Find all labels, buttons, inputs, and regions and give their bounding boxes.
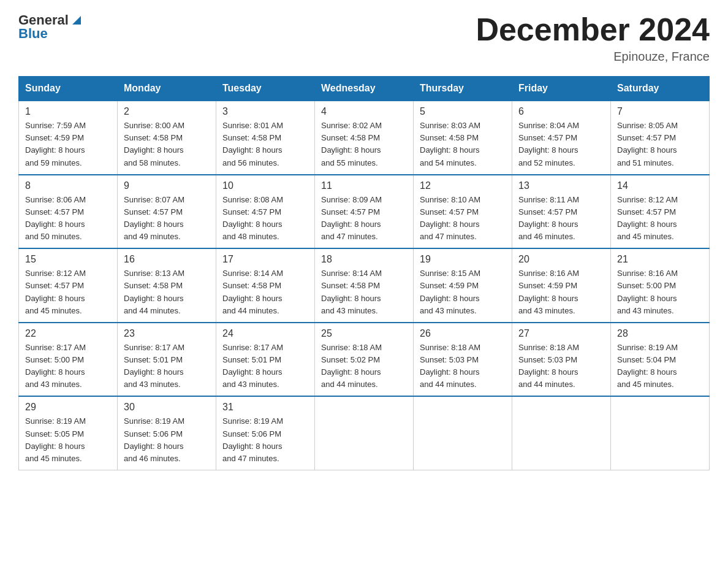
calendar-cell: 23 Sunrise: 8:17 AM Sunset: 5:01 PM Dayl… <box>118 323 216 397</box>
day-number: 24 <box>222 328 308 339</box>
day-number: 14 <box>617 180 703 191</box>
day-info: Sunrise: 8:15 AM Sunset: 4:59 PM Dayligh… <box>420 267 506 317</box>
calendar-cell: 17 Sunrise: 8:14 AM Sunset: 4:58 PM Dayl… <box>216 248 315 323</box>
day-info: Sunrise: 8:16 AM Sunset: 4:59 PM Dayligh… <box>518 267 604 317</box>
calendar-week-4: 22 Sunrise: 8:17 AM Sunset: 5:00 PM Dayl… <box>19 323 710 397</box>
day-info: Sunrise: 8:17 AM Sunset: 5:01 PM Dayligh… <box>124 342 210 391</box>
day-number: 26 <box>420 328 506 339</box>
day-info: Sunrise: 8:14 AM Sunset: 4:58 PM Dayligh… <box>321 267 407 317</box>
calendar-cell: 26 Sunrise: 8:18 AM Sunset: 5:03 PM Dayl… <box>414 323 512 397</box>
calendar-week-5: 29 Sunrise: 8:19 AM Sunset: 5:05 PM Dayl… <box>19 396 710 470</box>
calendar-cell <box>414 396 512 470</box>
logo-blue: Blue <box>18 26 48 42</box>
day-info: Sunrise: 7:59 AM Sunset: 4:59 PM Dayligh… <box>25 120 111 169</box>
col-saturday: Saturday <box>611 77 710 101</box>
day-number: 29 <box>25 402 111 413</box>
day-number: 7 <box>617 106 703 117</box>
day-info: Sunrise: 8:19 AM Sunset: 5:04 PM Dayligh… <box>617 342 703 391</box>
day-info: Sunrise: 8:16 AM Sunset: 5:00 PM Dayligh… <box>617 267 703 317</box>
calendar-week-3: 15 Sunrise: 8:12 AM Sunset: 4:57 PM Dayl… <box>19 248 710 323</box>
day-info: Sunrise: 8:11 AM Sunset: 4:57 PM Dayligh… <box>518 194 604 243</box>
day-info: Sunrise: 8:12 AM Sunset: 4:57 PM Dayligh… <box>617 194 703 243</box>
day-info: Sunrise: 8:09 AM Sunset: 4:57 PM Dayligh… <box>321 194 407 243</box>
calendar-cell: 6 Sunrise: 8:04 AM Sunset: 4:57 PM Dayli… <box>512 101 611 175</box>
day-info: Sunrise: 8:05 AM Sunset: 4:57 PM Dayligh… <box>617 120 703 169</box>
location: Epinouze, France <box>476 50 710 64</box>
day-info: Sunrise: 8:17 AM Sunset: 5:01 PM Dayligh… <box>222 342 308 391</box>
day-info: Sunrise: 8:18 AM Sunset: 5:03 PM Dayligh… <box>420 342 506 391</box>
day-info: Sunrise: 8:17 AM Sunset: 5:00 PM Dayligh… <box>25 342 111 391</box>
day-number: 28 <box>617 328 703 339</box>
day-info: Sunrise: 8:00 AM Sunset: 4:58 PM Dayligh… <box>124 120 210 169</box>
day-info: Sunrise: 8:10 AM Sunset: 4:57 PM Dayligh… <box>420 194 506 243</box>
col-wednesday: Wednesday <box>315 77 414 101</box>
svg-marker-0 <box>72 16 81 25</box>
day-info: Sunrise: 8:14 AM Sunset: 4:58 PM Dayligh… <box>222 267 308 317</box>
calendar-header-row: Sunday Monday Tuesday Wednesday Thursday… <box>19 77 710 101</box>
calendar-week-2: 8 Sunrise: 8:06 AM Sunset: 4:57 PM Dayli… <box>19 175 710 249</box>
day-number: 23 <box>124 328 210 339</box>
calendar-week-1: 1 Sunrise: 7:59 AM Sunset: 4:59 PM Dayli… <box>19 101 710 175</box>
day-info: Sunrise: 8:04 AM Sunset: 4:57 PM Dayligh… <box>518 120 604 169</box>
day-number: 27 <box>518 328 604 339</box>
col-monday: Monday <box>118 77 216 101</box>
day-number: 20 <box>518 254 604 265</box>
day-number: 12 <box>420 180 506 191</box>
logo: General Blue <box>18 12 83 42</box>
day-info: Sunrise: 8:19 AM Sunset: 5:05 PM Dayligh… <box>25 415 111 465</box>
calendar-cell: 28 Sunrise: 8:19 AM Sunset: 5:04 PM Dayl… <box>611 323 710 397</box>
calendar-cell <box>315 396 414 470</box>
calendar-cell: 19 Sunrise: 8:15 AM Sunset: 4:59 PM Dayl… <box>414 248 512 323</box>
day-number: 11 <box>321 180 407 191</box>
calendar-cell: 21 Sunrise: 8:16 AM Sunset: 5:00 PM Dayl… <box>611 248 710 323</box>
day-number: 1 <box>25 106 111 117</box>
day-info: Sunrise: 8:06 AM Sunset: 4:57 PM Dayligh… <box>25 194 111 243</box>
day-number: 5 <box>420 106 506 117</box>
day-info: Sunrise: 8:18 AM Sunset: 5:03 PM Dayligh… <box>518 342 604 391</box>
calendar-cell <box>611 396 710 470</box>
calendar-cell: 30 Sunrise: 8:19 AM Sunset: 5:06 PM Dayl… <box>118 396 216 470</box>
calendar-cell: 1 Sunrise: 7:59 AM Sunset: 4:59 PM Dayli… <box>19 101 118 175</box>
day-number: 6 <box>518 106 604 117</box>
calendar-cell: 3 Sunrise: 8:01 AM Sunset: 4:58 PM Dayli… <box>216 101 315 175</box>
calendar-table: Sunday Monday Tuesday Wednesday Thursday… <box>18 76 710 470</box>
day-number: 13 <box>518 180 604 191</box>
col-sunday: Sunday <box>19 77 118 101</box>
calendar-cell: 5 Sunrise: 8:03 AM Sunset: 4:58 PM Dayli… <box>414 101 512 175</box>
calendar-cell: 22 Sunrise: 8:17 AM Sunset: 5:00 PM Dayl… <box>19 323 118 397</box>
day-number: 10 <box>222 180 308 191</box>
day-number: 25 <box>321 328 407 339</box>
day-number: 30 <box>124 402 210 413</box>
calendar-cell: 29 Sunrise: 8:19 AM Sunset: 5:05 PM Dayl… <box>19 396 118 470</box>
calendar-cell: 15 Sunrise: 8:12 AM Sunset: 4:57 PM Dayl… <box>19 248 118 323</box>
day-number: 17 <box>222 254 308 265</box>
day-number: 2 <box>124 106 210 117</box>
day-info: Sunrise: 8:19 AM Sunset: 5:06 PM Dayligh… <box>124 415 210 465</box>
day-number: 18 <box>321 254 407 265</box>
day-number: 9 <box>124 180 210 191</box>
calendar-cell: 25 Sunrise: 8:18 AM Sunset: 5:02 PM Dayl… <box>315 323 414 397</box>
calendar-cell: 10 Sunrise: 8:08 AM Sunset: 4:57 PM Dayl… <box>216 175 315 249</box>
day-info: Sunrise: 8:02 AM Sunset: 4:58 PM Dayligh… <box>321 120 407 169</box>
calendar-cell: 8 Sunrise: 8:06 AM Sunset: 4:57 PM Dayli… <box>19 175 118 249</box>
day-info: Sunrise: 8:08 AM Sunset: 4:57 PM Dayligh… <box>222 194 308 243</box>
day-number: 4 <box>321 106 407 117</box>
calendar-cell: 31 Sunrise: 8:19 AM Sunset: 5:06 PM Dayl… <box>216 396 315 470</box>
calendar-cell: 4 Sunrise: 8:02 AM Sunset: 4:58 PM Dayli… <box>315 101 414 175</box>
calendar-cell: 13 Sunrise: 8:11 AM Sunset: 4:57 PM Dayl… <box>512 175 611 249</box>
day-number: 21 <box>617 254 703 265</box>
calendar-cell: 18 Sunrise: 8:14 AM Sunset: 4:58 PM Dayl… <box>315 248 414 323</box>
day-info: Sunrise: 8:03 AM Sunset: 4:58 PM Dayligh… <box>420 120 506 169</box>
day-number: 31 <box>222 402 308 413</box>
day-number: 3 <box>222 106 308 117</box>
calendar-cell <box>512 396 611 470</box>
col-tuesday: Tuesday <box>216 77 315 101</box>
col-thursday: Thursday <box>414 77 512 101</box>
day-info: Sunrise: 8:19 AM Sunset: 5:06 PM Dayligh… <box>222 415 308 465</box>
title-section: December 2024 Epinouze, France <box>476 12 710 64</box>
day-info: Sunrise: 8:13 AM Sunset: 4:58 PM Dayligh… <box>124 267 210 317</box>
calendar-cell: 11 Sunrise: 8:09 AM Sunset: 4:57 PM Dayl… <box>315 175 414 249</box>
calendar-cell: 14 Sunrise: 8:12 AM Sunset: 4:57 PM Dayl… <box>611 175 710 249</box>
calendar-cell: 7 Sunrise: 8:05 AM Sunset: 4:57 PM Dayli… <box>611 101 710 175</box>
logo-triangle-icon <box>70 13 83 27</box>
